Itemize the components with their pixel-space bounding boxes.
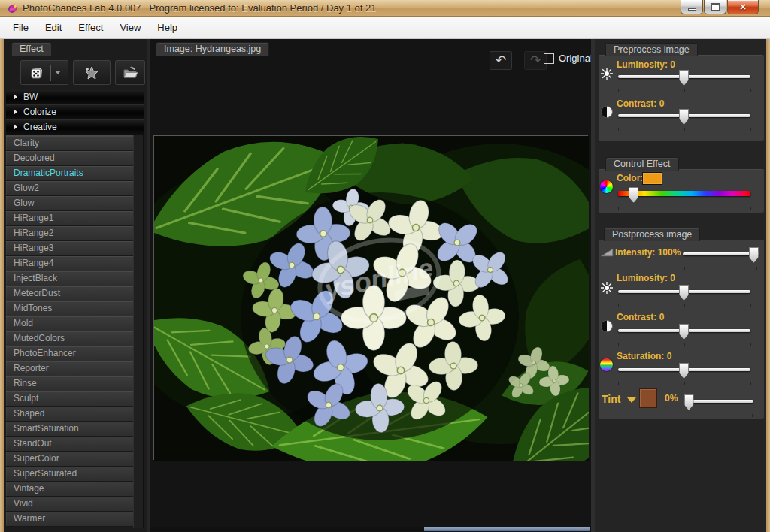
effect-item[interactable]: HiRange2 [6, 226, 133, 241]
slider-thumb[interactable] [679, 285, 689, 301]
horizontal-scrollbar[interactable] [150, 527, 594, 531]
effect-item[interactable]: Sculpt [6, 391, 133, 407]
image-panel: Image: Hydrangeas.jpg ↶ ↷ Original [147, 39, 591, 532]
intensity-label: Intensity: 100% [615, 247, 681, 258]
ramp-icon [600, 246, 614, 260]
post-contrast-slider[interactable] [618, 324, 750, 348]
tab-image[interactable]: Image: Hydrangeas.jpg [156, 42, 269, 56]
effect-item[interactable]: Clarity [6, 136, 133, 151]
color-swatch[interactable] [642, 172, 662, 185]
group-title-postprocess: Postprocess image [604, 228, 700, 241]
tint-slider[interactable] [686, 394, 753, 419]
tab-effect[interactable]: Effect [11, 42, 52, 56]
effect-item[interactable]: Rinse [6, 376, 133, 391]
close-button[interactable]: × [727, 0, 759, 14]
effect-item[interactable]: SuperSaturated [6, 467, 133, 482]
favorites-button[interactable] [73, 60, 111, 85]
slider-thumb[interactable] [749, 247, 759, 263]
menu-item[interactable]: File [5, 17, 37, 38]
license-text: Program licensed to: Evaluation Period /… [149, 2, 376, 14]
tick [750, 89, 751, 92]
slider-thumb[interactable] [679, 324, 689, 340]
effect-item[interactable]: InjectBlack [6, 271, 133, 286]
slider-thumb[interactable] [684, 394, 694, 410]
slider-thumb[interactable] [679, 363, 689, 379]
tint-percent: 0% [665, 393, 678, 404]
effect-list-scrollbar[interactable] [133, 135, 144, 528]
original-checkbox[interactable] [544, 53, 554, 64]
pre-luminosity-slider[interactable] [618, 70, 750, 94]
tick [684, 89, 685, 92]
saturation-slider[interactable] [618, 363, 750, 387]
effect-item[interactable]: HiRange3 [6, 241, 133, 256]
toolbar-divider [50, 65, 51, 81]
slider-thumb[interactable] [629, 187, 638, 203]
menu-bar: FileEditEffectViewHelp [0, 17, 770, 39]
effect-item[interactable]: HiRange1 [6, 211, 133, 226]
post-luminosity-slider[interactable] [618, 285, 750, 309]
effect-item[interactable]: StandOut [6, 437, 133, 452]
menu-item[interactable]: Help [149, 17, 186, 38]
effect-item[interactable]: Shaped [6, 407, 133, 422]
effect-item[interactable]: SmartSaturation [6, 422, 133, 437]
open-folder-button[interactable] [115, 60, 145, 85]
effect-item[interactable]: DramaticPortraits [6, 166, 133, 181]
effect-item[interactable]: Glow2 [6, 181, 133, 196]
effect-item[interactable]: Mold [6, 316, 133, 331]
contrast-icon [600, 319, 614, 333]
effect-item[interactable]: Vivid [6, 497, 133, 512]
intensity-slider[interactable] [683, 247, 759, 271]
menu-item[interactable]: Edit [37, 17, 70, 38]
group-postprocess: Intensity: 100% Luminosity: 0 [598, 239, 765, 419]
menu-item[interactable]: Effect [70, 17, 111, 38]
folder-icon [121, 65, 139, 81]
dropdown-arrow-icon[interactable] [55, 71, 61, 74]
window-title: PhotoChances Lab 4.0.007 Program license… [23, 2, 376, 14]
undo-button[interactable]: ↶ [490, 51, 512, 70]
undo-icon: ↶ [496, 53, 506, 68]
effect-item[interactable]: MeteorDust [6, 286, 133, 301]
maximize-button[interactable] [704, 0, 726, 14]
effect-category[interactable]: BW [6, 90, 144, 105]
tick [684, 382, 685, 385]
slider-thumb[interactable] [679, 70, 689, 86]
menu-item[interactable]: View [111, 17, 149, 38]
slider-track[interactable] [686, 400, 753, 403]
effect-item[interactable]: MidTones [6, 301, 133, 316]
sun-icon [600, 281, 614, 295]
slider-thumb[interactable] [679, 109, 689, 125]
window-frame-right [766, 39, 770, 532]
effect-item[interactable]: Warmer [6, 512, 133, 527]
app-icon [7, 2, 19, 14]
effect-item[interactable]: PhotoEnhancer [6, 346, 133, 361]
effect-item[interactable]: Vintage [6, 482, 133, 497]
tick [618, 343, 619, 346]
group-control-effect: Color: [598, 168, 765, 213]
tick [684, 304, 685, 307]
horizontal-scrollbar-thumb[interactable] [424, 527, 590, 531]
effect-category[interactable]: Creative [6, 120, 144, 135]
effect-panel: Effect [4, 39, 147, 532]
tick [750, 207, 751, 210]
effect-item[interactable]: SuperColor [6, 452, 133, 467]
minimize-button[interactable] [681, 0, 703, 14]
color-wheel-icon [600, 180, 613, 193]
tint-dropdown-arrow-icon[interactable] [627, 397, 636, 403]
tint-swatch[interactable] [639, 388, 657, 408]
effect-list: ClarityDecoloredDramaticPortraitsGlow2Gl… [6, 135, 133, 527]
dice-icon [29, 65, 45, 81]
random-effect-button[interactable] [20, 60, 68, 85]
effect-item[interactable]: Decolored [6, 151, 133, 166]
effect-item[interactable]: HiRange4 [6, 256, 133, 271]
effect-item[interactable]: Reporter [6, 361, 133, 376]
tick [750, 343, 751, 346]
hue-slider[interactable] [618, 187, 750, 211]
slider-track[interactable] [683, 252, 759, 255]
effect-item[interactable]: Glow [6, 196, 133, 211]
effect-item[interactable]: MutedColors [6, 331, 133, 346]
post-contrast-label: Contrast: 0 [617, 312, 664, 322]
effect-category[interactable]: Colorize [6, 105, 144, 120]
group-title-control-effect: Control Effect [605, 157, 679, 171]
pre-contrast-slider[interactable] [618, 109, 750, 133]
content-area: Effect [4, 39, 766, 532]
